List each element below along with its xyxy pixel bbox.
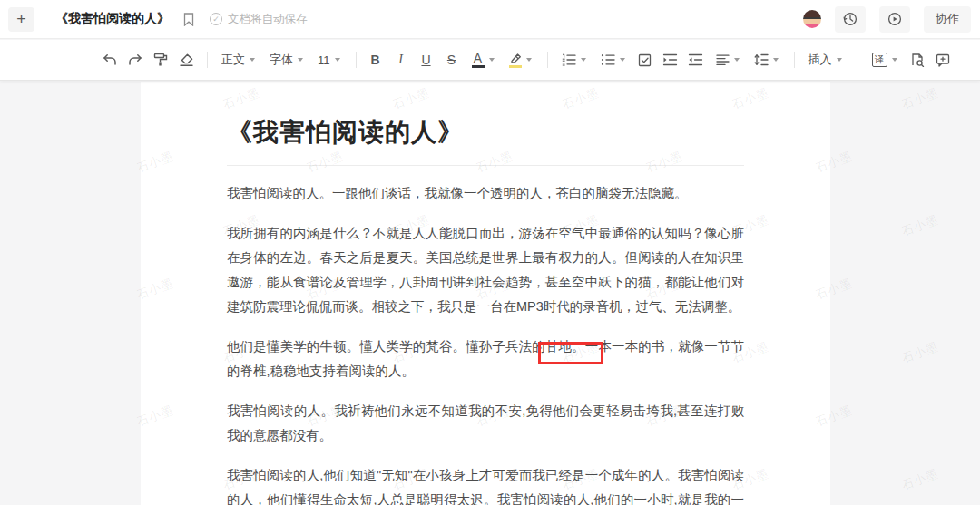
ordered-list-button[interactable] [555,48,593,72]
clear-format-button[interactable] [174,48,198,72]
strikethrough-icon: S [447,53,456,66]
indent-increase-button[interactable] [659,48,682,72]
watermark-text: 石小墨 [899,84,941,112]
collaborate-button[interactable]: 协作 [924,6,971,33]
collaborate-label: 协作 [936,11,959,27]
undo-icon [103,53,117,66]
user-avatar[interactable] [803,10,821,28]
toolbar-divider [547,52,548,68]
underline-button[interactable]: U [415,48,438,72]
bold-button[interactable]: B [364,48,387,72]
find-replace-button[interactable] [906,48,929,72]
check-circle-icon: ✓ [210,13,222,25]
indent-increase-icon [662,53,678,66]
watermark-text: 石小墨 [899,211,941,239]
highlighter-icon [509,53,522,68]
comment-button[interactable] [931,48,955,72]
font-family-select[interactable]: 字体 [263,48,309,72]
paragraph[interactable]: 我害怕阅读的人。我祈祷他们永远不知道我的不安,免得他们会更轻易击垮我,甚至连打败… [227,399,744,448]
chevron-down-icon [837,58,842,62]
style-value: 正文 [221,52,245,68]
paragraph[interactable]: 他们是懂美学的牛顿。懂人类学的梵谷。懂孙子兵法的甘地。一本一本的书，就像一节节的… [227,335,744,384]
format-painter-button[interactable] [149,48,172,72]
plus-icon: + [16,10,26,29]
paragraph-style-select[interactable]: 正文 [215,48,261,72]
paragraph[interactable]: 我害怕阅读的人。一跟他们谈话，我就像一个透明的人，苍白的脑袋无法隐藏。 [227,181,744,206]
chevron-down-icon [489,58,495,62]
undo-button[interactable] [98,48,122,72]
indent-decrease-button[interactable] [684,48,708,72]
bookmark-button[interactable] [183,13,194,26]
chevron-down-icon [581,58,586,62]
annotation-highlight-box [538,342,603,364]
align-button[interactable] [710,48,746,72]
font-value: 字体 [270,52,293,68]
format-toolbar: 正文 字体 11 B I U S A [0,40,980,81]
redo-button[interactable] [123,48,147,72]
italic-icon: I [398,53,403,66]
chevron-down-icon [526,58,532,62]
translate-button[interactable]: 译 [866,48,904,72]
toolbar-divider [794,52,795,68]
insert-label: 插入 [808,52,832,68]
italic-button[interactable]: I [389,48,413,72]
checkbox-icon [638,53,652,67]
ordered-list-icon [562,53,576,66]
chevron-down-icon [620,58,625,62]
chevron-down-icon [250,58,255,62]
size-value: 11 [318,53,330,67]
indent-decrease-icon [688,53,703,66]
line-spacing-button[interactable] [748,48,785,72]
present-button[interactable] [879,6,910,33]
watermark-text: 石小墨 [899,338,941,366]
strikethrough-button[interactable]: S [440,48,464,72]
history-button[interactable] [835,6,866,33]
bullet-list-icon [601,53,615,66]
bold-icon: B [370,53,379,66]
underline-icon: U [421,53,430,66]
new-document-button[interactable]: + [8,7,34,32]
chevron-down-icon [773,58,779,62]
align-left-icon [716,54,730,66]
chevron-down-icon [298,58,303,62]
font-color-icon: A [472,52,485,68]
chevron-down-icon [335,58,340,62]
top-bar: + 《我害怕阅读的人》 ✓ 文档将自动保存 协作 [0,0,980,39]
format-painter-icon [153,53,168,67]
font-color-button[interactable]: A [466,48,501,72]
bookmark-icon [183,13,194,26]
paragraph[interactable]: 我害怕阅读的人,他们知道"无知"在小孩身上才可爱而我已经是一个成年的人。我害怕阅… [227,463,744,505]
watermark-text: 石小墨 [899,465,941,493]
toolbar-divider [356,52,357,68]
redo-icon [128,53,142,66]
line-spacing-icon [754,53,769,66]
play-icon [887,11,903,27]
toolbar-divider [207,52,208,68]
paragraph[interactable]: 我所拥有的内涵是什么？不就是人人能脱口而出，游荡在空气中最通俗的认知吗？像心脏在… [227,221,744,319]
document-heading[interactable]: 《我害怕阅读的人》 [227,115,744,166]
bullet-list-button[interactable] [594,48,632,72]
chevron-down-icon [892,58,897,62]
history-icon [842,11,858,27]
chevron-down-icon [734,58,740,62]
translate-icon: 译 [872,53,887,67]
highlight-color-button[interactable] [503,48,538,72]
checklist-button[interactable] [633,48,657,72]
document-search-icon [910,53,925,67]
editor-scroll-area[interactable]: 《我害怕阅读的人》 我害怕阅读的人。一跟他们谈话，我就像一个透明的人，苍白的脑袋… [0,82,980,505]
insert-button[interactable]: 插入 [802,48,848,72]
autosave-status: ✓ 文档将自动保存 [210,12,308,27]
font-size-select[interactable]: 11 [311,48,347,72]
document-page[interactable]: 《我害怕阅读的人》 我害怕阅读的人。一跟他们谈话，我就像一个透明的人，苍白的脑袋… [141,82,830,505]
add-comment-icon [936,53,950,67]
document-title[interactable]: 《我害怕阅读的人》 [55,11,170,27]
eraser-icon [179,53,194,67]
autosave-text: 文档将自动保存 [228,12,308,27]
toolbar-divider [858,52,858,68]
